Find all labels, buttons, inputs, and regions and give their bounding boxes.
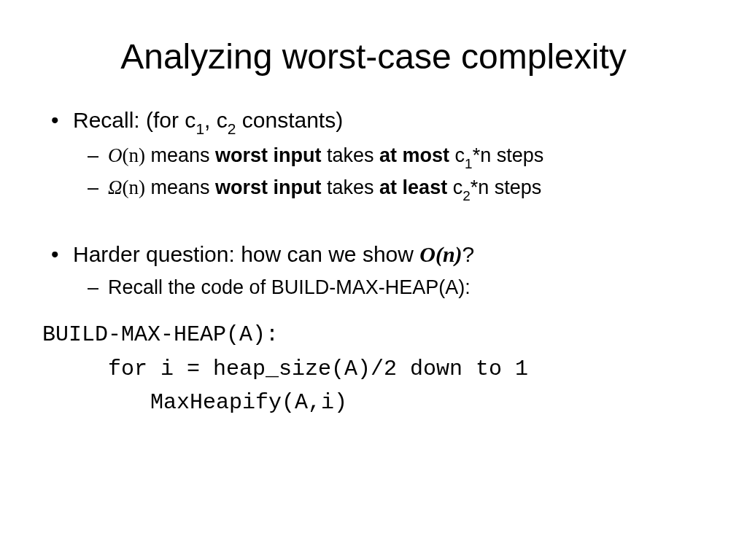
bullet-harder-question: Harder question: how can we show O(n)? R… bbox=[73, 240, 711, 300]
bold-text: at least bbox=[379, 176, 447, 198]
text: c bbox=[449, 144, 465, 166]
bold-text: worst input bbox=[215, 144, 321, 166]
text: Harder question: how can we show bbox=[73, 242, 419, 266]
text: Recall: (for c bbox=[73, 108, 196, 132]
text: takes bbox=[322, 176, 380, 198]
bold-big-o-n: O(n) bbox=[419, 242, 462, 266]
sub-c1: 1 bbox=[465, 156, 473, 171]
text: *n steps bbox=[471, 176, 542, 198]
sub-list-2: Recall the code of BUILD-MAX-HEAP(A): bbox=[73, 274, 711, 300]
sub-big-o: O(n) means worst input takes at most c1*… bbox=[108, 142, 711, 171]
text: means bbox=[145, 144, 215, 166]
text: c bbox=[447, 176, 462, 198]
slide-content: Recall: (for c1, c2 constants) O(n) mean… bbox=[36, 106, 711, 420]
bullet-list: Recall: (for c1, c2 constants) O(n) mean… bbox=[36, 106, 711, 300]
big-o: O bbox=[108, 144, 123, 166]
n-paren: (n) bbox=[123, 144, 145, 166]
text: takes bbox=[322, 144, 380, 166]
text: *n steps bbox=[473, 144, 544, 166]
sub-1: 1 bbox=[196, 120, 204, 137]
text: ? bbox=[462, 242, 475, 266]
sub-c2: 2 bbox=[462, 188, 471, 203]
slide: Analyzing worst-case complexity Recall: … bbox=[0, 0, 747, 560]
sub-2: 2 bbox=[228, 120, 236, 137]
sub-list-1: O(n) means worst input takes at most c1*… bbox=[73, 142, 711, 203]
sub-recall-code: Recall the code of BUILD-MAX-HEAP(A): bbox=[108, 274, 711, 300]
slide-title: Analyzing worst-case complexity bbox=[36, 36, 711, 77]
code-line-2: for i = heap_size(A)/2 down to 1 bbox=[42, 352, 711, 386]
big-omega: Ω bbox=[108, 176, 123, 198]
code-block: BUILD-MAX-HEAP(A): for i = heap_size(A)/… bbox=[42, 318, 711, 420]
code-line-1: BUILD-MAX-HEAP(A): bbox=[42, 318, 711, 352]
n-paren: (n) bbox=[123, 176, 145, 198]
bold-text: worst input bbox=[215, 176, 321, 198]
bold-text: at most bbox=[379, 144, 449, 166]
text: , c bbox=[204, 108, 228, 132]
bullet-recall: Recall: (for c1, c2 constants) O(n) mean… bbox=[73, 106, 711, 203]
text: means bbox=[145, 176, 215, 198]
sub-big-omega: Ω(n) means worst input takes at least c2… bbox=[108, 174, 711, 203]
text: constants) bbox=[236, 108, 343, 132]
spacer bbox=[73, 208, 711, 236]
code-line-3: MaxHeapify(A,i) bbox=[42, 386, 711, 420]
